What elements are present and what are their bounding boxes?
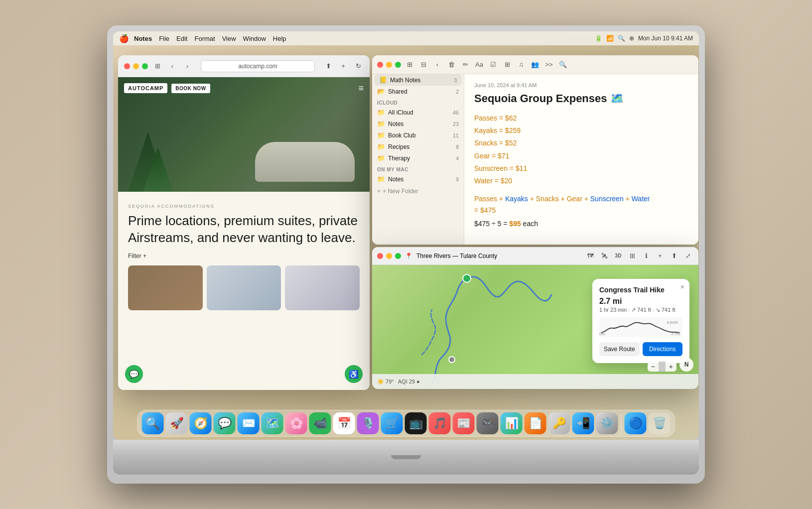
- reload-icon[interactable]: ↻: [353, 61, 364, 72]
- notes-back[interactable]: ‹: [432, 59, 443, 70]
- maps-maximize-button[interactable]: [395, 253, 401, 259]
- back-icon[interactable]: ‹: [167, 61, 178, 72]
- maps-expand-icon[interactable]: ⤢: [682, 251, 693, 261]
- control-center-icon[interactable]: ⊕: [629, 35, 634, 42]
- sidebar-item-recipes[interactable]: 📁 Recipes 8: [372, 141, 464, 152]
- room-card-3[interactable]: [285, 265, 360, 310]
- notes-close-button[interactable]: [377, 62, 383, 68]
- notes-minimize-button[interactable]: [386, 62, 392, 68]
- book-now-button[interactable]: BOOK NOW: [171, 84, 210, 93]
- maps-info-icon[interactable]: ℹ: [641, 251, 652, 261]
- dock-maps[interactable]: 🗺️: [262, 412, 283, 434]
- share-icon[interactable]: ⬆: [323, 61, 334, 72]
- notes-new-note[interactable]: ✏: [460, 59, 471, 70]
- maps-satellite-icon[interactable]: 🛰: [599, 251, 610, 261]
- notes-collab[interactable]: 👥: [530, 59, 541, 70]
- zoom-plus[interactable]: +: [666, 362, 677, 372]
- save-route-button[interactable]: Save Route: [599, 342, 640, 356]
- dock-numbers[interactable]: 📊: [501, 412, 523, 434]
- directions-button[interactable]: Directions: [643, 342, 683, 356]
- hamburger-icon[interactable]: ≡: [358, 83, 364, 94]
- zoom-divider: [659, 362, 666, 372]
- dock-trash[interactable]: 🗑️: [649, 412, 671, 434]
- dock-music[interactable]: 🎵: [429, 412, 451, 434]
- chat-fab[interactable]: 💬: [125, 365, 143, 383]
- menu-format[interactable]: Format: [194, 35, 215, 42]
- maps-close-button[interactable]: [377, 253, 383, 259]
- notes-attachment[interactable]: ♫: [516, 59, 527, 70]
- notes-checklist[interactable]: ☑: [488, 59, 499, 70]
- menu-window[interactable]: Window: [243, 35, 266, 42]
- menu-notes[interactable]: Notes: [134, 35, 152, 42]
- dock-mail[interactable]: ✉️: [238, 412, 260, 434]
- numbers-icon: 📊: [505, 417, 518, 430]
- accessibility-fab[interactable]: ♿: [345, 365, 363, 383]
- menu-help[interactable]: Help: [273, 35, 286, 42]
- maps-3d-icon[interactable]: 3D: [613, 251, 624, 261]
- dock-appstore2[interactable]: 📲: [572, 412, 594, 434]
- dock-appletv[interactable]: 📺: [405, 412, 427, 434]
- zoom-minus[interactable]: −: [648, 362, 659, 372]
- address-bar[interactable]: autocamp.com: [201, 60, 315, 72]
- room-card-2[interactable]: [207, 265, 281, 310]
- sidebar-item-shared[interactable]: 📂 Shared 2: [372, 86, 464, 97]
- hike-popup-close[interactable]: ×: [680, 283, 684, 291]
- maps-minimize-button[interactable]: [386, 253, 392, 259]
- maps-layers-icon[interactable]: ⊞: [627, 251, 638, 261]
- maximize-button[interactable]: [142, 63, 148, 69]
- sidebar-item-on-my-mac-notes[interactable]: 📁 Notes 9: [372, 173, 464, 185]
- sidebar-item-all-icloud[interactable]: 📁 All iCloud 46: [372, 107, 464, 118]
- menu-view[interactable]: View: [222, 35, 236, 42]
- forward-icon[interactable]: ›: [182, 61, 193, 72]
- sidebar-item-therapy[interactable]: 📁 Therapy 4: [372, 152, 464, 164]
- dock-facetime[interactable]: 📹: [309, 412, 331, 434]
- dock-podcasts[interactable]: 🎙️: [357, 412, 379, 434]
- podcasts-icon: 🎙️: [361, 417, 375, 430]
- add-tab-icon[interactable]: +: [338, 61, 349, 72]
- dock-arcade[interactable]: 🎮: [477, 412, 499, 434]
- notes-maximize-button[interactable]: [395, 62, 401, 68]
- maps-route-icon[interactable]: 🗺: [585, 251, 596, 261]
- dock-passwords[interactable]: 🔑: [548, 412, 570, 434]
- notes-traffic-lights: [377, 62, 401, 68]
- dock-launchpad[interactable]: 🚀: [166, 412, 188, 434]
- maps-share-icon[interactable]: ⬆: [669, 251, 679, 261]
- tab-icon[interactable]: ⊞: [152, 61, 163, 72]
- close-button[interactable]: [124, 63, 130, 69]
- dock-calendar[interactable]: 📅: [333, 412, 355, 434]
- shared-label: Shared: [388, 88, 453, 95]
- sidebar-item-math-notes[interactable]: 📒 Math Notes 3: [374, 74, 462, 86]
- notes-view-toggle[interactable]: ⊟: [418, 59, 429, 70]
- dock-sysprefs[interactable]: ⚙️: [596, 412, 618, 434]
- search-icon[interactable]: 🔍: [618, 35, 625, 42]
- hike-buttons: Save Route Directions: [599, 342, 682, 356]
- maps-add-icon[interactable]: +: [655, 251, 666, 261]
- notes-format[interactable]: Aa: [474, 59, 485, 70]
- sysprefs-icon: ⚙️: [600, 417, 614, 430]
- sidebar-item-book-club[interactable]: 📁 Book Club 11: [372, 129, 464, 141]
- room-card-1[interactable]: [128, 265, 203, 310]
- menu-file[interactable]: File: [159, 35, 169, 42]
- notes-sidebar-toggle[interactable]: ⊞: [404, 59, 415, 70]
- dock-messages[interactable]: 💬: [214, 412, 236, 434]
- sidebar-item-notes[interactable]: 📁 Notes 23: [372, 118, 464, 129]
- notes-search[interactable]: 🔍: [557, 59, 568, 70]
- new-folder-button[interactable]: + + New Folder: [372, 185, 464, 198]
- dock-photos[interactable]: 🌸: [285, 412, 307, 434]
- menu-edit[interactable]: Edit: [176, 35, 187, 42]
- notes-delete[interactable]: 🗑: [446, 59, 457, 70]
- dock-safari[interactable]: 🧭: [190, 412, 212, 434]
- notes-more[interactable]: >>: [543, 59, 554, 70]
- dock-siri[interactable]: 🔵: [625, 412, 647, 434]
- filter-link[interactable]: Filter +: [128, 253, 360, 259]
- apple-menu[interactable]: 🍎: [119, 34, 129, 43]
- maps-compass[interactable]: N: [679, 358, 693, 372]
- all-icloud-icon: 📁: [377, 109, 385, 116]
- dock-pages[interactable]: 📄: [525, 412, 546, 434]
- minimize-button[interactable]: [133, 63, 139, 69]
- calendar-icon: 📅: [337, 417, 351, 430]
- dock-finder[interactable]: 🔍: [142, 412, 164, 434]
- dock-appstore[interactable]: 🛒: [381, 412, 403, 434]
- dock-news[interactable]: 📰: [453, 412, 475, 434]
- notes-table[interactable]: ⊞: [502, 59, 513, 70]
